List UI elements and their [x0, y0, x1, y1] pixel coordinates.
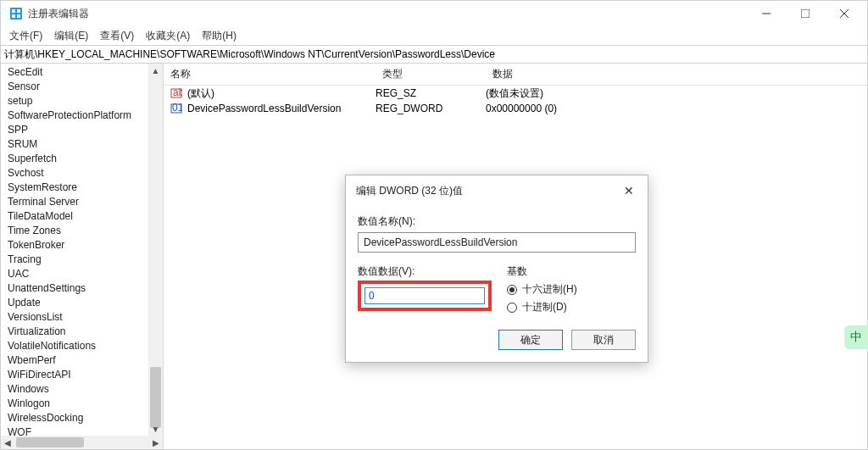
binary-value-icon: 011	[169, 102, 184, 115]
tree-item[interactable]: Sensor	[1, 80, 163, 94]
tree-item[interactable]: VolatileNotifications	[1, 339, 163, 353]
tree-item[interactable]: Time Zones	[1, 224, 163, 238]
address-bar	[1, 45, 867, 64]
value-row[interactable]: 011DevicePasswordLessBuildVersionREG_DWO…	[164, 101, 867, 116]
radio-hex-label: 十六进制(H)	[522, 282, 577, 297]
tree-item[interactable]: Update	[1, 296, 163, 310]
base-group-label: 基数	[507, 264, 636, 279]
radio-dec[interactable]: 十进制(D)	[507, 300, 636, 314]
tree-item[interactable]: SPP	[1, 123, 163, 137]
tree-item[interactable]: SRUM	[1, 137, 163, 152]
menu-edit[interactable]: 编辑(E)	[49, 27, 93, 45]
value-type: REG_SZ	[376, 87, 486, 99]
tree-item[interactable]: TileDataModel	[1, 209, 163, 224]
cancel-button[interactable]: 取消	[571, 330, 636, 350]
tree-item[interactable]: WbemPerf	[1, 353, 163, 368]
ime-chip[interactable]: 中	[844, 325, 868, 349]
menu-view[interactable]: 查看(V)	[95, 27, 139, 45]
value-name: DevicePasswordLessBuildVersion	[187, 103, 376, 114]
titlebar: 注册表编辑器	[1, 1, 867, 26]
scroll-right-icon[interactable]: ▶	[149, 438, 163, 447]
tree-item[interactable]: SecEdit	[1, 65, 163, 80]
window-title: 注册表编辑器	[28, 7, 89, 21]
scroll-up-icon[interactable]: ▲	[148, 64, 163, 77]
menu-file[interactable]: 文件(F)	[4, 27, 47, 45]
value-name-label: 数值名称(N):	[358, 214, 636, 229]
close-button[interactable]	[825, 1, 864, 26]
tree-item[interactable]: Tracing	[1, 253, 163, 267]
menu-fav[interactable]: 收藏夹(A)	[141, 27, 195, 45]
value-name-field[interactable]: DevicePasswordLessBuildVersion	[358, 232, 636, 253]
tree-hscrollbar[interactable]: ◀ ▶	[1, 436, 163, 449]
minimize-button[interactable]	[747, 1, 786, 26]
maximize-button[interactable]	[786, 1, 825, 26]
col-type[interactable]: 类型	[376, 64, 486, 85]
radio-dec-label: 十进制(D)	[522, 300, 567, 314]
regedit-window: 注册表编辑器 文件(F) 编辑(E) 查看(V) 收藏夹(A) 帮助(H) Se…	[0, 0, 868, 450]
col-name[interactable]: 名称	[164, 64, 376, 85]
values-pane: 名称 类型 数据 ab(默认)REG_SZ(数值未设置)011DevicePas…	[164, 64, 867, 449]
dialog-close-button[interactable]: ✕	[620, 182, 637, 199]
svg-rect-3	[12, 14, 15, 18]
menu-help[interactable]: 帮助(H)	[197, 27, 242, 45]
value-data-label: 数值数据(V):	[358, 264, 492, 279]
hscroll-thumb[interactable]	[16, 437, 84, 447]
col-data[interactable]: 数据	[486, 64, 867, 85]
radio-hex[interactable]: 十六进制(H)	[507, 282, 636, 297]
value-name: (默认)	[187, 86, 376, 101]
scroll-down-icon[interactable]: ▼	[148, 422, 163, 436]
dialog-title: 编辑 DWORD (32 位)值	[356, 184, 620, 198]
svg-rect-4	[17, 14, 20, 18]
radio-dec-icon	[507, 303, 517, 313]
tree-item[interactable]: SystemRestore	[1, 181, 163, 195]
tree-item[interactable]: Terminal Server	[1, 195, 163, 209]
tree-item[interactable]: SoftwareProtectionPlatform	[1, 108, 163, 123]
string-value-icon: ab	[169, 86, 184, 100]
value-type: REG_DWORD	[376, 103, 486, 114]
value-data-highlight	[358, 281, 492, 311]
tree-item[interactable]: WiFiDirectAPI	[1, 368, 163, 382]
svg-rect-2	[17, 9, 20, 13]
tree-item[interactable]: UAC	[1, 267, 163, 281]
svg-rect-1	[12, 9, 15, 13]
tree-item[interactable]: Winlogon	[1, 397, 163, 411]
tree-item[interactable]: Superfetch	[1, 152, 163, 166]
tree-item[interactable]: Svchost	[1, 166, 163, 181]
svg-text:ab: ab	[173, 87, 182, 98]
ok-button[interactable]: 确定	[498, 330, 563, 350]
app-icon	[9, 7, 23, 20]
scroll-left-icon[interactable]: ◀	[1, 438, 14, 447]
radio-hex-icon	[507, 285, 517, 295]
tree-item[interactable]: TokenBroker	[1, 238, 163, 253]
scroll-thumb[interactable]	[150, 367, 161, 428]
value-data: (数值未设置)	[486, 86, 867, 101]
tree-item[interactable]: Windows	[1, 382, 163, 397]
tree-item[interactable]: VersionsList	[1, 310, 163, 325]
svg-text:011: 011	[172, 103, 182, 114]
svg-rect-6	[801, 9, 810, 18]
address-input[interactable]	[1, 46, 867, 63]
value-data-input[interactable]	[364, 287, 485, 304]
edit-dword-dialog: 编辑 DWORD (32 位)值 ✕ 数值名称(N): DevicePasswo…	[345, 175, 648, 363]
tree-pane: SecEditSensorsetupSoftwareProtectionPlat…	[1, 64, 164, 449]
tree-vscrollbar[interactable]: ▲ ▼	[148, 64, 163, 436]
tree-item[interactable]: UnattendSettings	[1, 281, 163, 296]
menubar: 文件(F) 编辑(E) 查看(V) 收藏夹(A) 帮助(H)	[1, 26, 867, 45]
tree-item[interactable]: setup	[1, 94, 163, 108]
value-data: 0x00000000 (0)	[486, 103, 867, 114]
tree-item[interactable]: Virtualization	[1, 325, 163, 339]
column-headers: 名称 类型 数据	[164, 64, 867, 86]
value-row[interactable]: ab(默认)REG_SZ(数值未设置)	[164, 86, 867, 101]
tree-item[interactable]: WirelessDocking	[1, 411, 163, 425]
